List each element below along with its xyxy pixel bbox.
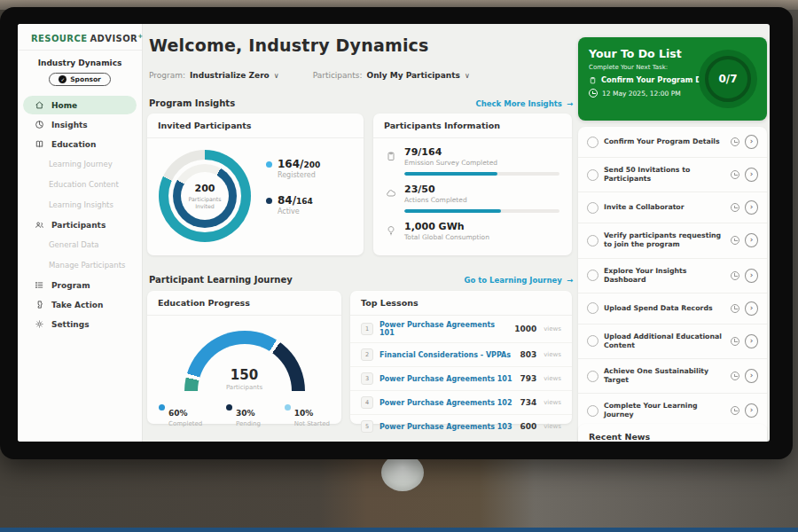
chevron-right-icon[interactable]: › [745, 200, 758, 215]
lesson-title-link[interactable]: Power Purchase Agreements 101 [379, 321, 508, 337]
task-checkbox[interactable] [587, 137, 598, 148]
sidebar-item-label: Education [51, 140, 96, 149]
task-checkbox[interactable] [587, 169, 598, 181]
task-checkbox[interactable] [587, 302, 598, 314]
not-started-pct: 10% [294, 409, 314, 418]
page-title: Welcome, Industry Dynamics [149, 35, 429, 55]
card-title: Participants Information [373, 113, 572, 138]
lesson-title-link[interactable]: Power Purchase Agreements 103 [379, 423, 513, 431]
registered-value: 164/200 [278, 158, 320, 170]
sidebar-item-label: Home [51, 101, 77, 110]
chevron-right-icon[interactable]: › [745, 233, 758, 247]
gauge-center: 150 Participants [184, 367, 305, 391]
chevron-right-icon[interactable]: › [745, 301, 758, 316]
task-checkbox[interactable] [587, 235, 598, 246]
todo-progress-ring: 0/7 [699, 50, 757, 108]
sidebar-item-education[interactable]: Education [23, 135, 137, 153]
sponsor-icon: ✓ [59, 75, 66, 83]
info-row-actions: 23/50 Actions Completed [386, 184, 559, 213]
consumption-value: 1,000 GWh [404, 221, 559, 232]
task-checkbox[interactable] [587, 270, 598, 281]
sidebar-item-insights[interactable]: Insights [23, 115, 137, 134]
home-icon [35, 100, 44, 110]
list-icon [35, 280, 44, 290]
task-row[interactable]: Achieve One Sustainability Target › [578, 359, 767, 394]
views-suffix: views [544, 423, 561, 430]
participants-filter[interactable]: Participants: Only My Participants ∨ [313, 71, 470, 80]
task-checkbox[interactable] [587, 371, 598, 382]
sidebar-item-general-data[interactable]: General Data [23, 235, 137, 254]
card-title: Top Lessons [350, 291, 572, 316]
lesson-title-link[interactable]: Power Purchase Agreements 102 [379, 399, 513, 407]
book-icon [35, 139, 44, 149]
task-row[interactable]: Upload Additional Educational Content › [578, 325, 767, 359]
sidebar-item-learning-insights[interactable]: Learning Insights [23, 195, 137, 215]
sidebar-item-label: Learning Journey [49, 160, 113, 168]
task-checkbox[interactable] [587, 335, 598, 347]
sidebar-item-education-content[interactable]: Education Content [23, 175, 137, 194]
completed-dot-icon [159, 404, 165, 411]
sidebar-item-settings[interactable]: Settings [23, 315, 137, 333]
task-checkbox[interactable] [587, 405, 598, 417]
monitor-bezel: RESOURCEADVISOR+ Industry Dynamics ✓ Spo… [0, 7, 793, 459]
task-label: Upload Spend Data Records [604, 304, 725, 313]
chevron-right-icon[interactable]: › [745, 334, 758, 348]
chevron-right-icon[interactable]: › [745, 403, 758, 418]
go-to-learning-journey-link[interactable]: Go to Learning Journey → [464, 276, 573, 285]
not-started-label: Not Started [294, 420, 330, 427]
chevron-down-icon[interactable]: ∨ [274, 72, 279, 80]
sidebar: RESOURCEADVISOR+ Industry Dynamics ✓ Spo… [18, 24, 143, 442]
dashboard-screen: RESOURCEADVISOR+ Industry Dynamics ✓ Spo… [18, 24, 770, 442]
lesson-row[interactable]: 4 Power Purchase Agreements 102 734 view… [350, 391, 572, 415]
legend-completed: 60% Completed [159, 403, 202, 427]
task-row[interactable]: Send 50 Invitations to Participants › [578, 158, 767, 192]
chevron-down-icon[interactable]: ∨ [465, 72, 470, 80]
task-checkbox[interactable] [587, 202, 598, 214]
sidebar-item-manage-participants[interactable]: Manage Participants [23, 255, 137, 275]
lesson-row[interactable]: 3 Power Purchase Agreements 101 793 view… [350, 367, 572, 391]
org-name: Industry Dynamics [18, 59, 142, 67]
lesson-row[interactable]: 5 Power Purchase Agreements 103 600 view… [350, 415, 572, 438]
puzzle-icon [35, 300, 44, 309]
check-more-insights-link[interactable]: Check More Insights → [476, 99, 574, 108]
rank-badge: 1 [361, 323, 373, 335]
gauge-value: 150 [184, 367, 305, 383]
top-lessons-card: Top Lessons 1 Power Purchase Agreements … [350, 291, 572, 424]
chevron-right-icon[interactable]: › [745, 369, 758, 383]
legend-pending: 30% Pending [226, 403, 261, 427]
program-filter[interactable]: Program: Industrialize Zero ∨ [149, 71, 279, 80]
task-row[interactable]: Complete Your Learning Journey › [578, 394, 767, 427]
lesson-title-link[interactable]: Financial Considerations - VPPAs [379, 351, 513, 359]
lesson-row[interactable]: 1 Power Purchase Agreements 101 1000 vie… [350, 316, 572, 343]
survey-value: 79/164 [404, 146, 559, 158]
sponsor-badge[interactable]: ✓ Sponsor [49, 73, 111, 86]
sidebar-item-learning-journey[interactable]: Learning Journey [23, 154, 137, 174]
task-row[interactable]: Upload Spend Data Records › [578, 293, 767, 325]
sidebar-item-program[interactable]: Program [23, 276, 137, 294]
sidebar-item-home[interactable]: Home [23, 96, 137, 114]
sidebar-item-participants[interactable]: Participants [23, 215, 137, 234]
chevron-right-icon[interactable]: › [745, 135, 758, 149]
task-row[interactable]: Explore Your Insights Dashboard › [578, 259, 767, 293]
sidebar-item-label: Learning Insights [49, 200, 113, 209]
clipboard-icon [589, 76, 597, 84]
lesson-title-link[interactable]: Power Purchase Agreements 101 [379, 375, 513, 383]
lesson-row[interactable]: 2 Financial Considerations - VPPAs 803 v… [350, 343, 572, 367]
program-filter-label: Program: [149, 71, 185, 80]
views-count: 793 [520, 374, 536, 383]
sidebar-item-label: General Data [49, 240, 99, 249]
sponsor-label: Sponsor [70, 75, 101, 83]
clock-icon [731, 372, 739, 380]
sidebar-item-label: Education Content [49, 180, 119, 189]
legend-registered: 164/200 Registered [266, 158, 320, 179]
logo-resource: RESOURCE [31, 34, 87, 43]
chevron-right-icon[interactable]: › [745, 269, 758, 283]
sidebar-item-take-action[interactable]: Take Action [23, 295, 137, 314]
task-row[interactable]: Confirm Your Program Details › [578, 127, 767, 158]
sidebar-item-label: Insights [51, 121, 88, 129]
task-row[interactable]: Verify participants requesting to join t… [578, 223, 767, 258]
task-row[interactable]: Invite a Collaborator › [578, 192, 767, 223]
chevron-right-icon[interactable]: › [745, 168, 758, 182]
info-row-survey: 79/164 Emission Survey Completed [386, 146, 559, 176]
program-filter-value: Industrialize Zero [190, 71, 270, 80]
